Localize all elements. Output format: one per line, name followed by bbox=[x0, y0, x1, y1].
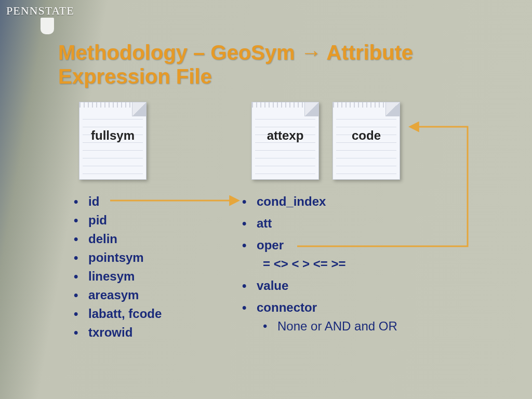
field-areasym: areasym bbox=[88, 288, 139, 302]
list-item: = <> < > <= >= bbox=[263, 255, 460, 273]
slide-title: Methodology – GeoSym → Attribute Express… bbox=[58, 41, 511, 88]
fullsym-fields-list: id pid delin pointsym linesym areasym la… bbox=[74, 192, 209, 342]
field-att: att bbox=[257, 216, 272, 230]
title-part-1: Methodology – GeoSym bbox=[58, 41, 301, 64]
list-item: delin bbox=[74, 230, 209, 248]
oper-values: = <> < > <= >= bbox=[263, 255, 460, 273]
field-oper: oper bbox=[257, 238, 284, 252]
list-item: id bbox=[74, 192, 209, 211]
field-connector: connector bbox=[257, 300, 317, 314]
field-txrowid: txrowid bbox=[88, 325, 132, 339]
field-cond-index: cond_index bbox=[257, 194, 326, 208]
list-item: att bbox=[242, 214, 460, 233]
brand-shield-icon bbox=[41, 18, 54, 34]
field-value: value bbox=[257, 278, 288, 292]
connector-text: None or AND and OR bbox=[277, 319, 397, 333]
notepad-label: attexp bbox=[252, 128, 318, 143]
field-pointsym: pointsym bbox=[88, 250, 144, 264]
notepad-lines bbox=[336, 112, 396, 176]
field-labatt-fcode: labatt, fcode bbox=[88, 307, 162, 321]
notepad-label: code bbox=[333, 128, 400, 143]
list-item: connector None or AND and OR bbox=[242, 298, 460, 336]
list-item: txrowid bbox=[74, 323, 209, 342]
notepad-attexp: attexp bbox=[251, 102, 319, 180]
notepad-fullsym: fullsym bbox=[79, 102, 147, 180]
list-item: linesym bbox=[74, 267, 209, 286]
notepad-label: fullsym bbox=[79, 128, 146, 143]
field-id: id bbox=[88, 194, 99, 208]
field-linesym: linesym bbox=[88, 269, 135, 283]
brand-logo: PENNSTATE bbox=[6, 4, 74, 18]
attexp-fields-list: cond_index att oper = <> < > <= >= value… bbox=[242, 192, 460, 339]
list-item: value bbox=[242, 276, 460, 295]
brand-text: PENNSTATE bbox=[6, 4, 74, 17]
list-item: None or AND and OR bbox=[263, 317, 460, 336]
list-item: pointsym bbox=[74, 248, 209, 267]
notepad-lines bbox=[255, 112, 315, 176]
list-item: cond_index bbox=[242, 192, 460, 211]
list-item: oper = <> < > <= >= bbox=[242, 236, 460, 273]
list-item: labatt, fcode bbox=[74, 304, 209, 323]
arrow-right-icon: → bbox=[301, 41, 322, 64]
list-item: areasym bbox=[74, 286, 209, 304]
field-pid: pid bbox=[88, 213, 107, 227]
list-item: pid bbox=[74, 211, 209, 230]
field-delin: delin bbox=[88, 232, 117, 246]
connector-values: None or AND and OR bbox=[263, 317, 460, 336]
notepad-lines bbox=[83, 112, 143, 176]
operators-text: = <> < > <= >= bbox=[263, 257, 345, 271]
notepad-code: code bbox=[332, 102, 400, 180]
